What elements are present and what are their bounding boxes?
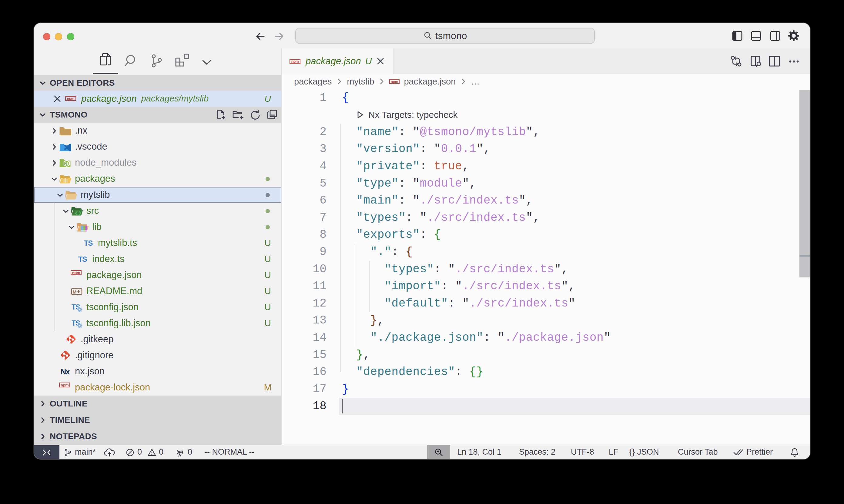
svg-text:TS: TS — [78, 255, 87, 263]
svg-text:npm: npm — [67, 96, 74, 101]
svg-text:TS: TS — [84, 239, 93, 247]
svg-text:npm: npm — [72, 270, 80, 275]
svg-text:M: M — [73, 289, 77, 294]
svg-text:JS: JS — [65, 162, 69, 165]
svg-text:npm: npm — [61, 383, 69, 388]
svg-text:Nx: Nx — [60, 367, 70, 376]
